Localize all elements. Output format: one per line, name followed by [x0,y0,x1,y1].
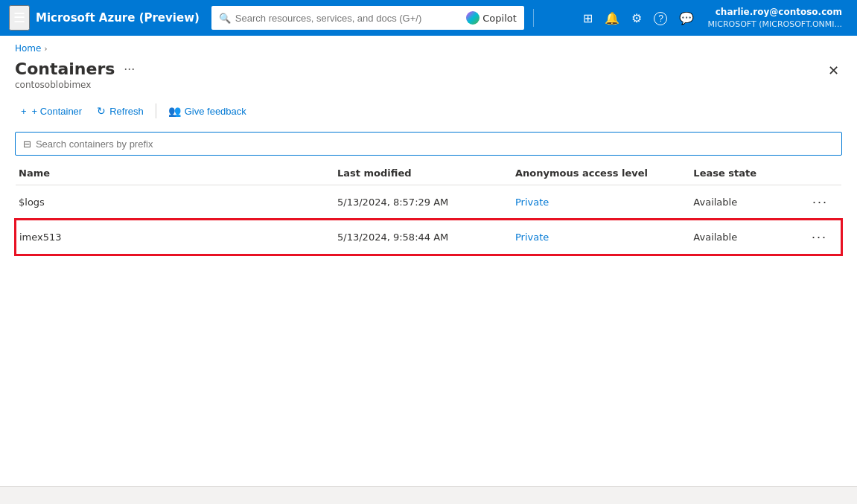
page-header: Containers ··· contosoblobimex ✕ [0,57,857,96]
footer [0,486,857,504]
cell-access-imex: Private [515,220,693,255]
cell-lease-imex: Available [693,220,807,255]
toolbar-divider [156,103,156,118]
cell-modified-logs: 5/13/2024, 8:57:29 AM [337,185,515,220]
cell-access-logs: Private [515,185,693,220]
cell-actions-imex: ··· [807,220,841,255]
topbar-icon-group: ⊞ 🔔 ⚙ ? 💬 charlie.roy@contoso.com MICROS… [579,3,848,33]
table-row[interactable]: $logs 5/13/2024, 8:57:29 AM Private Avai… [16,185,841,220]
page-title-area: Containers ··· contosoblobimex [15,60,138,90]
give-feedback-label: Give feedback [185,106,246,117]
table-container: Name Last modified Anonymous access leve… [0,162,857,255]
notifications-button[interactable]: 🔔 [600,7,624,30]
col-header-lease: Lease state [693,162,807,185]
breadcrumb: Home › [0,36,857,57]
help-icon: ? [654,12,667,25]
modified-value-logs: 5/13/2024, 8:57:29 AM [337,197,448,208]
cell-lease-logs: Available [693,185,807,220]
close-button[interactable]: ✕ [825,60,842,82]
bell-icon: 🔔 [605,12,619,25]
search-input[interactable] [36,138,834,150]
table-row-selected[interactable]: imex513 5/13/2024, 9:58:44 AM Private Av… [16,220,841,255]
breadcrumb-separator: › [44,45,47,53]
settings-icon: ⚙ [631,12,642,25]
page-title: Containers [15,60,115,78]
copilot-icon [466,11,480,25]
settings-button[interactable]: ⚙ [627,7,646,30]
add-container-label: + Container [32,106,83,117]
portal-menu-icon: ⊞ [583,12,593,25]
refresh-label: Refresh [109,106,144,117]
cell-modified-imex: 5/13/2024, 9:58:44 AM [337,220,515,255]
refresh-icon: ↻ [97,105,106,117]
breadcrumb-home[interactable]: Home [15,43,41,54]
search-box: ⊟ [15,132,842,156]
search-icon: 🔍 [219,13,231,24]
table-header: Name Last modified Anonymous access leve… [16,162,841,185]
row-more-button-imex[interactable]: ··· [807,228,832,246]
app-title: Microsoft Azure (Preview) [36,11,200,25]
access-level-logs[interactable]: Private [515,197,549,208]
topbar: ☰ Microsoft Azure (Preview) 🔍 Copilot ⊞ … [0,0,857,36]
add-container-button[interactable]: + + Container [15,101,88,121]
col-header-name: Name [16,162,337,185]
cell-name-imex[interactable]: imex513 [16,220,337,255]
access-level-imex[interactable]: Private [515,232,549,243]
search-container: ⊟ [0,126,857,162]
user-email: charlie.roy@contoso.com [707,6,842,19]
refresh-button[interactable]: ↻ Refresh [91,101,150,121]
portal-menu-button[interactable]: ⊞ [579,7,597,30]
add-icon: + [21,106,27,117]
col-header-access: Anonymous access level [515,162,693,185]
lease-state-imex: Available [693,232,737,243]
user-tenant: MICROSOFT (MICROSOFT.ONMI... [707,19,842,30]
modified-value-imex: 5/13/2024, 9:58:44 AM [337,232,448,243]
hamburger-icon: ☰ [13,10,25,25]
global-search-input[interactable] [235,13,462,24]
page-title-row: Containers ··· [15,60,138,78]
copilot-label: Copilot [482,13,517,24]
toolbar: + + Container ↻ Refresh 👥 Give feedback [0,96,857,126]
row-more-button-logs[interactable]: ··· [808,193,832,211]
cell-name-logs[interactable]: $logs [16,185,337,220]
hamburger-menu-button[interactable]: ☰ [9,5,30,31]
feedback-button[interactable]: 💬 [675,7,698,30]
page-more-button[interactable]: ··· [121,60,138,78]
give-feedback-button[interactable]: 👥 Give feedback [162,101,252,121]
topbar-divider [533,9,534,27]
give-feedback-icon: 👥 [168,105,181,117]
close-icon: ✕ [828,63,839,78]
filter-icon: ⊟ [23,138,31,150]
table-body: $logs 5/13/2024, 8:57:29 AM Private Avai… [16,185,841,255]
page-subtitle: contosoblobimex [15,80,138,90]
containers-table: Name Last modified Anonymous access leve… [15,162,842,255]
container-name-imex: imex513 [19,232,62,243]
col-header-actions [807,162,841,185]
global-search-box: 🔍 Copilot [211,6,524,30]
feedback-icon: 💬 [679,12,694,25]
col-header-modified: Last modified [337,162,515,185]
lease-state-logs: Available [693,197,737,208]
cell-actions-logs: ··· [807,185,841,220]
more-icon: ··· [124,61,135,76]
container-name-logs: $logs [19,197,45,208]
user-account-button[interactable]: charlie.roy@contoso.com MICROSOFT (MICRO… [701,3,848,33]
help-button[interactable]: ? [649,7,672,30]
